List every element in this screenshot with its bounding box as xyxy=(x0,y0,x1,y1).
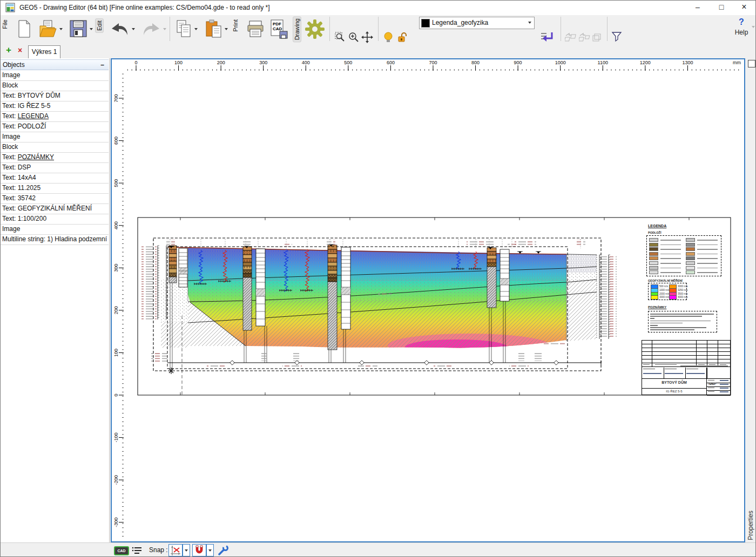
settings-wrench-icon[interactable] xyxy=(218,545,229,556)
object-list-item[interactable]: Text: 35742 xyxy=(0,194,109,204)
open-file-icon[interactable] xyxy=(39,19,57,40)
toolbar-separator xyxy=(561,17,561,41)
interpreted-log-column[interactable] xyxy=(500,249,509,301)
svg-text:400: 400 xyxy=(113,221,119,229)
object-list-item[interactable]: Image xyxy=(0,225,109,235)
pan-icon[interactable] xyxy=(361,31,373,43)
redo-icon[interactable] xyxy=(141,22,161,36)
borehole-log[interactable] xyxy=(487,248,496,308)
minimize-button[interactable]: – xyxy=(687,0,708,15)
save-dropdown-arrow[interactable] xyxy=(90,28,93,30)
interpreted-log-column[interactable] xyxy=(179,248,187,287)
lock-icon[interactable] xyxy=(397,32,407,43)
drawing-group-label[interactable]: Drawing xyxy=(293,16,301,42)
svg-text:1100: 1100 xyxy=(598,60,608,65)
copy-multiple-icon[interactable] xyxy=(592,32,603,43)
layer-combobox-arrow[interactable] xyxy=(528,22,531,24)
object-list-item[interactable]: Block xyxy=(0,81,109,91)
borehole-log[interactable] xyxy=(328,245,337,350)
copy-properties-all-icon[interactable] xyxy=(579,32,591,43)
svg-text:200: 200 xyxy=(217,60,225,65)
zoom-in-icon[interactable] xyxy=(348,32,359,43)
toolbar-separator xyxy=(329,17,330,41)
edit-group-label[interactable]: Edit xyxy=(95,18,104,33)
cad-mode-badge[interactable]: CAD xyxy=(114,546,129,555)
svg-text:600: 600 xyxy=(387,60,395,65)
right-panel-strip: Properties xyxy=(745,58,756,542)
object-list-item[interactable]: Text: POZNÁMKY xyxy=(0,153,109,163)
svg-text:-100: -100 xyxy=(113,433,119,443)
paste-dropdown-arrow[interactable] xyxy=(225,28,228,30)
visibility-bulb-icon[interactable] xyxy=(383,32,393,43)
object-list-item[interactable]: Text: 1:100/200 xyxy=(0,214,109,225)
drawing-sheet-view[interactable] xyxy=(124,72,744,541)
new-file-icon[interactable] xyxy=(17,20,31,38)
layers-list-icon[interactable] xyxy=(132,546,143,554)
copy-dropdown-arrow[interactable] xyxy=(194,28,198,30)
object-list-item[interactable]: Multiline string: 1) Hladina podzemní xyxy=(0,235,109,245)
undo-dropdown-arrow[interactable] xyxy=(132,28,135,30)
zoom-selection-icon[interactable] xyxy=(335,32,346,43)
properties-panel-tab[interactable]: Properties xyxy=(747,511,754,540)
snap-mode-button[interactable] xyxy=(168,544,183,556)
help-button[interactable]: ? Help xyxy=(729,16,754,41)
close-button[interactable]: × xyxy=(733,0,755,15)
svg-text:-200: -200 xyxy=(113,475,119,485)
drawing-canvas[interactable]: 0100200300400500600700800900100011001200… xyxy=(111,58,745,542)
paste-icon[interactable] xyxy=(205,19,222,39)
object-list-item[interactable]: Text: LEGENDA xyxy=(0,112,109,122)
object-list-item[interactable]: Text: 11.2025 xyxy=(0,184,109,194)
close-drawing-button[interactable]: × xyxy=(15,46,25,55)
object-list-item[interactable]: Image xyxy=(0,71,109,81)
copy-properties-icon[interactable] xyxy=(565,32,577,43)
object-list-item[interactable]: Text: GEOFYZIKÁLNÍ MĚŘENÍ xyxy=(0,204,109,214)
horizontal-ruler: 0100200300400500600700800900100011001200… xyxy=(124,59,744,72)
print-icon[interactable] xyxy=(246,20,265,38)
svg-text:1200: 1200 xyxy=(640,60,651,65)
objects-collapse-button[interactable]: – xyxy=(100,60,104,70)
window-title: GEO5 - Drawing Editor (64 bit) [Fine onl… xyxy=(19,4,270,11)
save-icon[interactable] xyxy=(69,19,87,38)
help-dropdown-arrow[interactable] xyxy=(752,26,755,28)
object-list-item[interactable]: Block xyxy=(0,142,109,153)
svg-text:mm: mm xyxy=(733,60,741,65)
print-group-label[interactable]: Print xyxy=(232,19,239,32)
main-toolbar: File Edit Print xyxy=(0,15,756,44)
help-label: Help xyxy=(735,29,748,36)
object-list-item[interactable]: Text: BYTOVÝ DŮM xyxy=(0,91,109,101)
layer-color-swatch xyxy=(421,19,430,28)
object-list-item[interactable]: Text: IG ŘEZ 5-5 xyxy=(0,101,109,112)
svg-text:1300: 1300 xyxy=(682,60,693,65)
object-list-item[interactable]: Text: 14xA4 xyxy=(0,173,109,184)
redo-dropdown-arrow[interactable] xyxy=(163,28,166,30)
copy-icon[interactable] xyxy=(176,19,192,39)
snap-mode-dropdown[interactable] xyxy=(183,544,190,556)
tab-vykres-1[interactable]: Výkres 1 xyxy=(28,45,60,59)
settings-gear-icon[interactable] xyxy=(305,19,325,39)
layer-combobox-value: Legenda_geofyzika xyxy=(432,17,488,28)
open-dropdown-arrow[interactable] xyxy=(59,28,63,30)
filter-icon[interactable] xyxy=(611,31,622,42)
objects-panel-header[interactable]: Objects – xyxy=(0,59,109,70)
svg-text:300: 300 xyxy=(259,60,267,65)
magnet-snap-button[interactable] xyxy=(192,544,206,556)
add-drawing-button[interactable]: + xyxy=(3,45,14,56)
magnet-snap-dropdown[interactable] xyxy=(206,544,214,556)
borehole-log[interactable] xyxy=(169,246,177,283)
svg-text:CAD: CAD xyxy=(273,26,282,31)
object-list-item[interactable]: Text: PODLOŽÍ xyxy=(0,122,109,132)
layer-combobox[interactable]: Legenda_geofyzika xyxy=(419,17,535,29)
maximize-button[interactable]: □ xyxy=(711,0,732,15)
object-list-item[interactable]: Image xyxy=(0,132,109,142)
file-group-label[interactable]: File xyxy=(2,19,8,29)
interpreted-log-column[interactable] xyxy=(256,249,265,326)
svg-text:100: 100 xyxy=(174,60,183,65)
object-list-item[interactable]: Text: DSP xyxy=(0,163,109,173)
svg-text:1000: 1000 xyxy=(555,60,566,65)
canvas-corner-button[interactable] xyxy=(748,60,755,67)
interpreted-log-column[interactable] xyxy=(341,247,350,329)
undo-icon[interactable] xyxy=(110,22,130,36)
apply-layer-icon[interactable] xyxy=(540,31,554,44)
borehole-log[interactable] xyxy=(243,247,252,330)
pdf-cad-export-icon[interactable]: PDF CAD xyxy=(270,19,288,39)
